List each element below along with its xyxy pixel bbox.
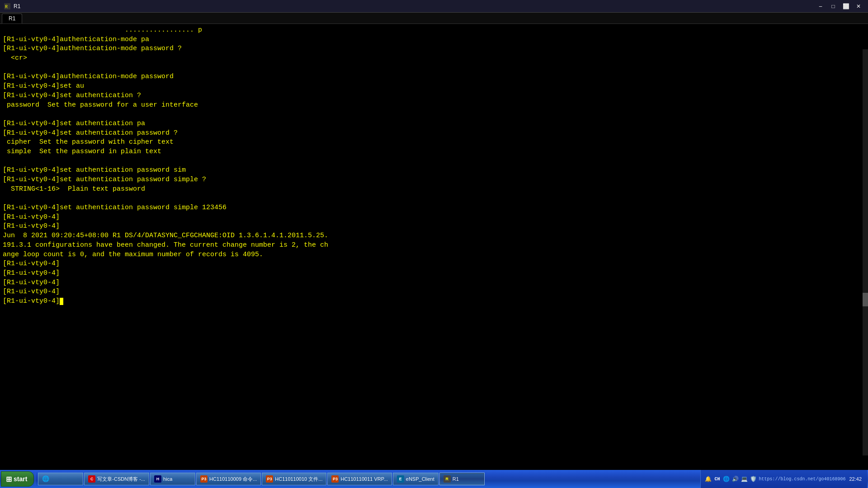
- start-label: start: [14, 475, 27, 483]
- csdn-icon: C: [88, 475, 95, 483]
- maximize-button[interactable]: ⬜: [840, 2, 852, 11]
- taskbar-r1-label: R1: [453, 476, 459, 482]
- r1-taskbar-icon: R: [443, 475, 451, 483]
- tray-clock[interactable]: 22:42: [847, 476, 863, 482]
- partial-top: ................. p: [3, 26, 202, 34]
- tray-icon-volume[interactable]: 🔊: [731, 475, 739, 483]
- cmd1-icon: P3: [200, 475, 208, 483]
- line-26: [R1-ui-vty0-4]: [3, 269, 60, 277]
- window-icon: R: [4, 3, 11, 10]
- taskbar-doc1-label: HC110110010 文件...: [275, 476, 322, 483]
- line-3: <cr>: [3, 54, 27, 62]
- tab-bar: R1: [0, 13, 868, 24]
- taskbar-divider: [35, 473, 35, 485]
- taskbar-vrp-label: HC110110011 VRP...: [340, 476, 387, 482]
- taskbar-item-r1[interactable]: R R1: [439, 473, 485, 485]
- tab-r1[interactable]: R1: [2, 14, 22, 23]
- start-icon: ⊞: [6, 475, 12, 483]
- tray-icon-monitor[interactable]: 💻: [741, 475, 748, 483]
- line-13: simple Set the password in plain text: [3, 148, 161, 155]
- vrp-icon: P3: [331, 475, 339, 483]
- line-5: [R1-ui-vty0-4]authentication-mode passwo…: [3, 73, 174, 80]
- terminal-area[interactable]: ................. p [R1-ui-vty0-4]authen…: [0, 24, 868, 470]
- minimize-button[interactable]: –: [815, 2, 826, 11]
- tray-icon-notification[interactable]: 🔔: [704, 475, 712, 483]
- taskbar-cmd1-label: HC110110009 命令...: [209, 476, 257, 483]
- terminal-cursor: [60, 298, 63, 305]
- terminal-content: ................. p [R1-ui-vty0-4]authen…: [3, 26, 865, 468]
- taskbar-items: 🌐 C 写文章-CSDN博客 -... H hica P3 HC11011000…: [38, 470, 700, 488]
- clock-time: 22:42: [849, 476, 862, 482]
- restore-button[interactable]: □: [827, 2, 839, 11]
- line-2: [R1-ui-vty0-4]authentication-mode passwo…: [3, 45, 182, 52]
- line-17: STRING<1-16> Plain text password: [3, 185, 145, 193]
- taskbar-item-ensp[interactable]: E eNSP_Client: [393, 473, 439, 485]
- taskbar-item-doc1[interactable]: P3 HC110110010 文件...: [262, 473, 326, 485]
- line-1: [R1-ui-vty0-4]authentication-mode pa: [3, 36, 149, 43]
- scrollbar-thumb[interactable]: [863, 293, 868, 306]
- taskbar-item-csdn[interactable]: C 写文章-CSDN博客 -...: [84, 473, 149, 485]
- line-6: [R1-ui-vty0-4]set au: [3, 82, 84, 90]
- window-title: R1: [14, 3, 815, 9]
- line-20: [R1-ui-vty0-4]: [3, 213, 60, 221]
- taskbar: ⊞ start 🌐 C 写文章-CSDN博客 -... H hica P3 HC…: [0, 470, 868, 488]
- line-11: [R1-ui-vty0-4]set authentication passwor…: [3, 129, 178, 137]
- system-tray: 🔔 CH 🌐 🔊 💻 🛡️ https://blog.csdn.net/go40…: [700, 470, 867, 488]
- ensp-icon: E: [397, 475, 404, 483]
- line-7: [R1-ui-vty0-4]set authentication ?: [3, 92, 141, 99]
- close-button[interactable]: ✕: [853, 2, 864, 11]
- taskbar-item-hica[interactable]: H hica: [150, 473, 195, 485]
- scrollbar[interactable]: [863, 49, 868, 455]
- line-19: [R1-ui-vty0-4]set authentication passwor…: [3, 204, 226, 211]
- tray-icon-network[interactable]: 🌐: [722, 475, 730, 483]
- tray-icon-security[interactable]: 🛡️: [750, 475, 757, 483]
- line-24: ange loop count is 0, and the maximum nu…: [3, 251, 263, 258]
- line-22: Jun 8 2021 09:20:45+08:00 R1 DS/4/DATASY…: [3, 232, 328, 239]
- window-controls: – □ ⬜ ✕: [815, 2, 864, 11]
- terminal-output: ................. p [R1-ui-vty0-4]authen…: [3, 26, 865, 306]
- line-21: [R1-ui-vty0-4]: [3, 222, 60, 230]
- line-10: [R1-ui-vty0-4]set authentication pa: [3, 120, 145, 127]
- taskbar-hica-label: hica: [163, 476, 172, 482]
- doc1-icon: P3: [266, 475, 273, 483]
- line-27: [R1-ui-vty0-4]: [3, 279, 60, 286]
- line-12: cipher Set the password with cipher text: [3, 138, 174, 146]
- line-28: [R1-ui-vty0-4]: [3, 288, 60, 296]
- taskbar-item-ie[interactable]: 🌐: [38, 473, 83, 485]
- taskbar-csdn-label: 写文章-CSDN博客 -...: [97, 476, 145, 483]
- taskbar-item-vrp[interactable]: P3 HC110110011 VRP...: [327, 473, 392, 485]
- svg-text:R: R: [5, 5, 8, 9]
- line-25: [R1-ui-vty0-4]: [3, 260, 60, 267]
- title-bar: R R1 – □ ⬜ ✕: [0, 0, 868, 13]
- line-16: [R1-ui-vty0-4]set authentication passwor…: [3, 176, 206, 183]
- start-button[interactable]: ⊞ start: [1, 471, 34, 487]
- hica-icon: H: [154, 475, 161, 483]
- line-8: password Set the password for a user int…: [3, 101, 198, 109]
- taskbar-ensp-label: eNSP_Client: [406, 476, 434, 482]
- taskbar-item-cmd1[interactable]: P3 HC110110009 命令...: [196, 473, 261, 485]
- tray-icon-lang[interactable]: CH: [713, 475, 721, 483]
- line-15: [R1-ui-vty0-4]set authentication passwor…: [3, 166, 186, 174]
- tray-url: https://blog.csdn.net/go40168906: [759, 477, 845, 482]
- line-23: 191.3.1 configurations have been changed…: [3, 241, 328, 249]
- line-29: [R1-ui-vty0-4]: [3, 297, 63, 305]
- ie-icon: 🌐: [42, 475, 49, 483]
